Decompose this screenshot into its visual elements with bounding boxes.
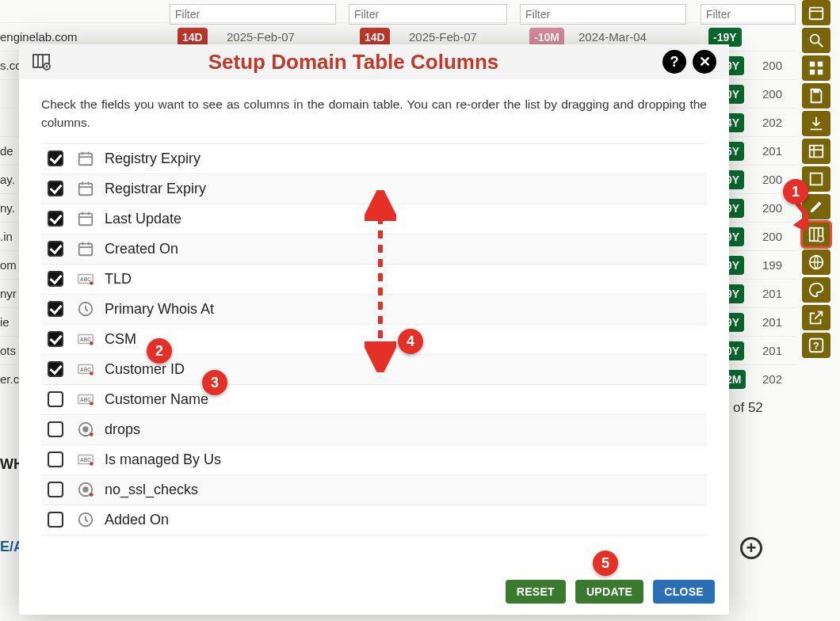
svg-point-47 [90, 341, 94, 345]
calendar-icon [76, 149, 95, 168]
svg-rect-12 [811, 173, 823, 185]
column-label: Is managed By Us [105, 451, 221, 468]
toolbar-table-icon[interactable] [802, 139, 830, 164]
columns-icon [32, 52, 51, 71]
column-label: no_ssl_checks [105, 482, 198, 498]
column-label: drops [105, 421, 140, 438]
svg-text:?: ? [813, 340, 819, 352]
num-cell: 201 [762, 315, 782, 329]
calendar-icon [76, 239, 95, 258]
column-checkbox[interactable] [48, 361, 63, 377]
column-label: CSM [105, 331, 136, 348]
num-cell: 200 [762, 230, 782, 243]
svg-line-3 [819, 43, 823, 48]
radio-icon [76, 480, 95, 499]
toolbar-download-icon[interactable] [802, 111, 830, 136]
add-button[interactable]: + [740, 537, 762, 559]
calendar-icon [76, 179, 95, 198]
column-item[interactable]: ABCCustomer Name [41, 385, 707, 415]
domain-fragment: de [0, 144, 13, 158]
column-checkbox[interactable] [48, 241, 63, 257]
date-cell: 2025-Feb-07 [227, 30, 295, 44]
column-checkbox[interactable] [48, 181, 63, 196]
svg-rect-25 [79, 154, 93, 166]
svg-text:ABC: ABC [80, 367, 91, 372]
column-checkbox[interactable] [48, 331, 63, 347]
domain-fragment: om [0, 258, 17, 272]
toolbar-save-icon[interactable] [802, 83, 830, 109]
calendar-icon [76, 209, 95, 228]
svg-rect-0 [810, 8, 823, 20]
toolbar-help-icon[interactable]: ? [802, 333, 830, 358]
text-icon: ABC [76, 360, 95, 379]
update-button[interactable]: UPDATE [575, 580, 643, 604]
close-button[interactable]: CLOSE [653, 580, 715, 604]
column-label: Registry Expiry [105, 150, 200, 167]
num-cell: 200 [762, 87, 782, 101]
column-label: Last Update [105, 211, 181, 227]
toolbar-external-icon[interactable] [802, 305, 830, 330]
domain-fragment: ots [0, 344, 16, 357]
modal-footer: RESET UPDATE CLOSE [19, 569, 729, 615]
column-checkbox[interactable] [48, 301, 63, 317]
svg-point-62 [90, 493, 94, 497]
column-checkbox[interactable] [48, 271, 63, 287]
column-checkbox[interactable] [48, 482, 63, 497]
text-icon: ABC [76, 450, 95, 469]
num-cell: 201 [762, 287, 782, 300]
svg-rect-5 [818, 62, 823, 67]
toolbar-grid-icon[interactable] [802, 55, 830, 81]
svg-rect-33 [79, 214, 93, 226]
modal-help-button[interactable]: ? [662, 50, 686, 74]
svg-rect-8 [813, 90, 819, 93]
column-checkbox[interactable] [48, 451, 63, 467]
column-checkbox[interactable] [48, 150, 63, 166]
num-cell: 200 [762, 59, 782, 72]
svg-point-50 [90, 371, 94, 375]
column-item[interactable]: ABCIs managed By Us [41, 445, 707, 475]
toolbar-calendar-icon[interactable] [802, 0, 830, 25]
svg-text:ABC: ABC [80, 276, 91, 282]
right-toolbar: ? [802, 0, 834, 358]
svg-point-55 [82, 426, 88, 432]
column-checkbox[interactable] [48, 421, 63, 437]
toolbar-globe-icon[interactable] [802, 250, 830, 275]
column-item[interactable]: Registry Expiry [41, 144, 707, 174]
modal-description: Check the fields you want to see as colu… [41, 95, 707, 132]
badge: 14D [178, 28, 208, 47]
column-item[interactable]: no_ssl_checks [41, 475, 707, 505]
column-label: Primary Whois At [105, 301, 214, 318]
svg-text:ABC: ABC [80, 397, 91, 402]
domain-fragment: ny. [0, 201, 15, 215]
column-item[interactable]: Added On [41, 505, 707, 535]
svg-point-24 [46, 66, 48, 68]
svg-point-61 [82, 486, 88, 492]
badge: -10M [529, 28, 564, 47]
toolbar-search-icon[interactable] [802, 28, 830, 53]
date-cell: 2025-Feb-07 [409, 30, 477, 44]
column-checkbox[interactable] [48, 211, 63, 227]
domain-fragment: nyr [0, 287, 17, 300]
modal-close-button[interactable]: ✕ [693, 50, 716, 74]
reset-button[interactable]: RESET [506, 580, 566, 604]
svg-rect-29 [79, 184, 93, 196]
toolbar-palette-icon[interactable] [802, 277, 830, 303]
annotation-marker-4: 4 [398, 329, 423, 354]
annotation-marker-5: 5 [593, 551, 618, 576]
num-cell: 201 [762, 344, 782, 357]
domain-fragment: .in [0, 230, 13, 243]
svg-point-43 [90, 281, 94, 285]
annotation-marker-1: 1 [783, 179, 808, 204]
num-cell: 202 [762, 372, 782, 386]
domain-fragment: enginelab.com [0, 30, 78, 44]
text-icon: ABC [76, 390, 95, 409]
radio-icon [76, 420, 95, 439]
column-checkbox[interactable] [48, 391, 63, 407]
column-item[interactable]: drops [41, 415, 707, 445]
column-checkbox[interactable] [48, 512, 63, 528]
svg-text:ABC: ABC [80, 457, 91, 463]
num-cell: 201 [762, 144, 782, 158]
date-cell: 2024-Mar-04 [578, 30, 647, 44]
svg-rect-37 [79, 244, 93, 256]
svg-point-53 [90, 402, 94, 406]
